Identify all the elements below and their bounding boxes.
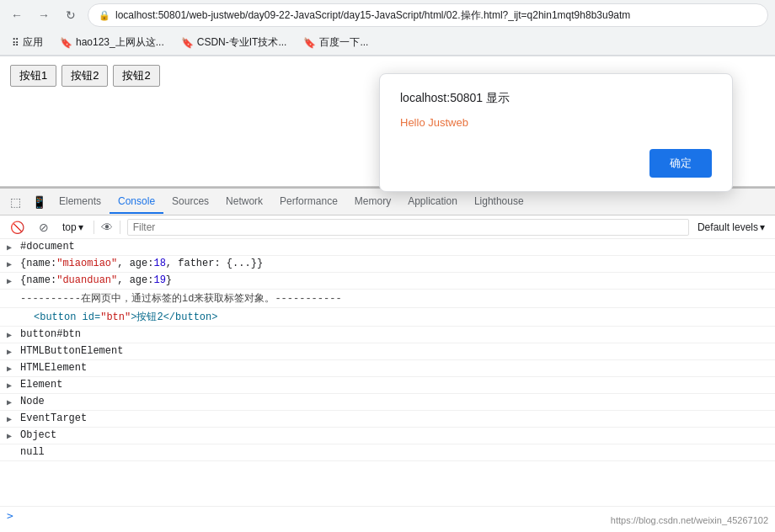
clear-console-button[interactable]: 🚫 — [5, 215, 29, 239]
console-duanduan-name: "duanduan" — [56, 274, 117, 286]
tab-application[interactable]: Application — [399, 190, 466, 214]
bookmark-apps[interactable]: ⠿ 应用 — [7, 34, 48, 51]
forward-button[interactable]: → — [34, 5, 54, 25]
bookmark-hao123-label: hao123_上网从这... — [76, 35, 164, 50]
bookmark-csdn-label: CSDN-专业IT技术... — [197, 35, 287, 50]
console-miaomiao-age-key: , age: — [117, 258, 153, 269]
devtools-tabs: ⬚ 📱 Elements Console Sources Network Per… — [0, 189, 775, 215]
console-btn-text: button#btn — [20, 328, 81, 340]
console-line-null: ▶ null — [0, 444, 775, 461]
console-duanduan-age-val: 19 — [153, 274, 165, 286]
alert-confirm-button[interactable]: 确定 — [649, 149, 712, 178]
console-duanduan-key: {name: — [20, 274, 56, 286]
levels-button[interactable]: Default levels ▾ — [692, 220, 770, 235]
csdn-icon: 🔖 — [181, 37, 194, 49]
levels-chevron-icon: ▾ — [760, 221, 765, 233]
expand-arrow-node[interactable]: ▶ — [7, 397, 15, 407]
expand-arrow-element[interactable]: ▶ — [7, 380, 15, 391]
expand-arrow-duanduan[interactable]: ▶ — [7, 276, 15, 286]
console-prompt: > — [7, 509, 13, 522]
watermark: https://blog.csdn.net/weixin_45267102 — [611, 515, 768, 525]
divider-2 — [120, 221, 120, 234]
console-line-element: ▶ Element — [0, 377, 775, 394]
expand-arrow-document[interactable]: ▶ — [7, 242, 15, 253]
levels-label: Default levels — [698, 221, 758, 233]
page-button-3[interactable]: 按钮2 — [113, 65, 159, 87]
console-element-text: Element — [20, 379, 62, 391]
console-html-tag: <button id="btn">按钮2</button> — [34, 310, 217, 324]
page-button-2[interactable]: 按钮2 — [61, 65, 108, 87]
console-line-miaomiao: ▶ {name: "miaomiao" , age: 18 , father: … — [0, 256, 775, 273]
address-text: localhost:50801/web-justweb/day09-22-Jav… — [115, 8, 630, 23]
devtools-panel: ⬚ 📱 Elements Console Sources Network Per… — [0, 187, 775, 524]
console-htmlelement-text: HTMLElement — [20, 362, 87, 374]
tab-network[interactable]: Network — [217, 190, 271, 214]
console-miaomiao-name: "miaomiao" — [56, 258, 117, 269]
console-line-comment: ▶ ----------在网页中，通过标签的id来获取标签对象。--------… — [0, 290, 775, 308]
console-line-duanduan: ▶ {name: "duanduan" , age: 19 } — [0, 273, 775, 290]
expand-arrow-htmlbuttonelement[interactable]: ▶ — [7, 347, 15, 357]
bookmarks-bar: ⠿ 应用 🔖 hao123_上网从这... 🔖 CSDN-专业IT技术... 🔖… — [0, 30, 775, 56]
console-line-node: ▶ Node — [0, 394, 775, 411]
device-toolbar-button[interactable]: 📱 — [27, 190, 51, 214]
page-content: 按钮1 按钮2 按钮2 localhost:50801 显示 Hello Jus… — [0, 56, 775, 187]
console-line-object: ▶ Object — [0, 428, 775, 444]
tab-performance[interactable]: Performance — [271, 190, 346, 214]
reload-button[interactable]: ↻ — [61, 5, 81, 25]
expand-arrow-htmlelement[interactable]: ▶ — [7, 364, 15, 374]
bookmark-hao123[interactable]: 🔖 hao123_上网从这... — [55, 34, 169, 51]
tab-memory[interactable]: Memory — [346, 190, 399, 214]
expand-arrow-button-btn[interactable]: ▶ — [7, 330, 15, 340]
filter-toggle-button[interactable]: ⊘ — [32, 215, 56, 239]
context-chevron-icon: ▾ — [78, 221, 83, 233]
back-button[interactable]: ← — [7, 5, 27, 25]
divider-1 — [94, 221, 94, 234]
console-comment-text: ----------在网页中，通过标签的id来获取标签对象。----------… — [20, 291, 342, 306]
console-miaomiao-age-val: 18 — [153, 258, 165, 269]
context-value: top — [62, 221, 77, 233]
console-line-htmlelement: ▶ HTMLElement — [0, 360, 775, 377]
bookmark-apps-label: 应用 — [23, 35, 43, 50]
alert-title: localhost:50801 显示 — [400, 91, 712, 106]
console-duanduan-age-key: , age: — [117, 274, 153, 286]
hao123-icon: 🔖 — [60, 37, 72, 49]
console-node-text: Node — [20, 396, 45, 407]
baidu-icon: 🔖 — [303, 37, 316, 49]
page-button-1[interactable]: 按钮1 — [10, 65, 56, 87]
tab-console[interactable]: Console — [110, 190, 163, 214]
console-duanduan-end: } — [166, 274, 172, 286]
console-line-button-btn: ▶ button#btn — [0, 327, 775, 343]
alert-dialog: localhost:50801 显示 Hello Justweb 确定 — [379, 73, 733, 192]
console-htmlbuttonelement-text: HTMLButtonElement — [20, 345, 123, 357]
tab-elements[interactable]: Elements — [51, 190, 110, 214]
console-object-text: Object — [20, 429, 56, 441]
nav-bar: ← → ↻ 🔒 localhost:50801/web-justweb/day0… — [0, 0, 775, 30]
browser-chrome: ← → ↻ 🔒 localhost:50801/web-justweb/day0… — [0, 0, 775, 56]
console-line-eventtarget: ▶ EventTarget — [0, 411, 775, 428]
apps-icon: ⠿ — [12, 37, 19, 49]
tab-sources[interactable]: Sources — [163, 190, 217, 214]
alert-message: Hello Justweb — [400, 116, 712, 129]
expand-arrow-object[interactable]: ▶ — [7, 431, 15, 441]
context-selector[interactable]: top ▾ — [59, 221, 87, 233]
console-line-document: ▶ #document — [0, 239, 775, 256]
filter-input[interactable] — [127, 219, 689, 236]
console-null-text: null — [20, 446, 45, 458]
eye-icon[interactable]: 👁 — [101, 221, 113, 234]
expand-arrow-eventtarget[interactable]: ▶ — [7, 414, 15, 424]
tab-lighthouse[interactable]: Lighthouse — [466, 190, 532, 214]
lock-icon: 🔒 — [99, 10, 110, 21]
bookmark-baidu[interactable]: 🔖 百度一下... — [298, 34, 373, 51]
console-document-text: #document — [20, 241, 75, 253]
console-line-htmlbuttonelement: ▶ HTMLButtonElement — [0, 343, 775, 360]
inspect-element-button[interactable]: ⬚ — [3, 190, 27, 214]
console-line-button-html: ▶ <button id="btn">按钮2</button> — [0, 308, 775, 327]
expand-arrow-miaomiao[interactable]: ▶ — [7, 259, 15, 269]
console-miaomiao-end: , father: {...}} — [166, 258, 263, 269]
console-eventtarget-text: EventTarget — [20, 412, 87, 424]
devtools-toolbar: 🚫 ⊘ top ▾ 👁 Default levels ▾ — [0, 215, 775, 239]
console-output: ▶ #document ▶ {name: "miaomiao" , age: 1… — [0, 239, 775, 506]
bookmark-baidu-label: 百度一下... — [319, 35, 368, 50]
bookmark-csdn[interactable]: 🔖 CSDN-专业IT技术... — [176, 34, 292, 51]
address-bar[interactable]: 🔒 localhost:50801/web-justweb/day09-22-J… — [88, 3, 768, 27]
